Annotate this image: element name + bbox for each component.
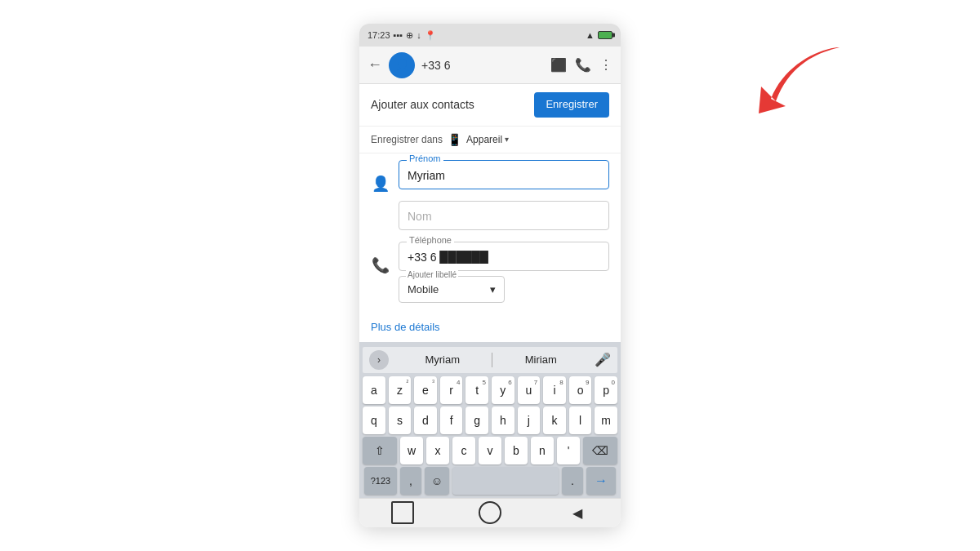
emoji-key[interactable]: ☺ (425, 467, 449, 495)
key-s[interactable]: s (389, 407, 412, 434)
top-action-bar: ← 👤 +33 6 ⬛ 📞 ⋮ (359, 47, 621, 84)
device-icon: 📱 (448, 133, 461, 146)
delete-key[interactable]: ⌫ (583, 437, 617, 464)
suggestions-row: › Myriam Miriam 🎤 (363, 347, 617, 373)
firstname-row: 👤 Prénom (371, 160, 609, 193)
suggestions-expand-button[interactable]: › (369, 350, 389, 370)
status-bar: 17:23 ▪▪▪ ⊕ ↓ 📍 ▲ (359, 24, 621, 47)
key-n[interactable]: n (531, 437, 554, 464)
lastname-input[interactable] (399, 201, 609, 230)
key-u[interactable]: u7 (518, 376, 541, 404)
red-arrow-annotation (751, 41, 849, 122)
firstname-input[interactable] (399, 160, 609, 189)
key-t[interactable]: t5 (466, 376, 488, 404)
key-z[interactable]: z² (389, 376, 412, 404)
key-d[interactable]: d (414, 407, 437, 434)
header-row: Ajouter aux contacts Enregistrer (359, 84, 621, 127)
scene: 17:23 ▪▪▪ ⊕ ↓ 📍 ▲ ← 👤 +33 6 ⬛ 📞 ⋮ (0, 0, 980, 551)
phone-row: 📞 Téléphone Ajouter libellé Mobile ▾ (371, 242, 609, 303)
num-key[interactable]: ?123 (364, 467, 397, 495)
signal-strength-icon: ▲ (586, 30, 595, 40)
key-v[interactable]: v (479, 437, 501, 464)
lastname-input-group (399, 201, 609, 230)
back-button[interactable]: ← (368, 56, 382, 73)
firstname-input-group: Prénom (399, 160, 609, 189)
key-p[interactable]: p0 (595, 376, 617, 404)
wifi-icon: ⊕ (406, 30, 413, 41)
key-j[interactable]: j (518, 407, 541, 434)
avatar-icon: 👤 (395, 59, 409, 72)
key-l[interactable]: l (569, 407, 592, 434)
label-select-value: Mobile (408, 283, 439, 295)
key-o[interactable]: o9 (569, 376, 592, 404)
pin-icon: 📍 (425, 30, 436, 41)
key-e[interactable]: e³ (414, 376, 437, 404)
phone-icon[interactable]: 📞 (575, 57, 591, 73)
time-display: 17:23 (368, 30, 390, 40)
device-label-text: Appareil (466, 134, 502, 145)
comma-key[interactable]: , (400, 467, 421, 495)
period-key[interactable]: . (562, 467, 583, 495)
phone-label: Téléphone (407, 235, 454, 245)
key-q[interactable]: q (363, 407, 385, 434)
key-a[interactable]: a (363, 376, 385, 404)
key-rows: a z² e³ r4 t5 y6 u7 i8 o9 p0 q s (363, 376, 617, 495)
key-b[interactable]: b (505, 437, 528, 464)
mic-icon[interactable]: 🎤 (595, 352, 611, 367)
key-f[interactable]: f (440, 407, 463, 434)
bottom-nav: ◀ (359, 498, 621, 527)
label-select-dropdown[interactable]: Ajouter libellé Mobile ▾ (399, 276, 505, 303)
phone-field-wrapper: Téléphone Ajouter libellé Mobile ▾ (399, 242, 609, 303)
space-key[interactable] (452, 467, 559, 495)
key-r[interactable]: r4 (440, 376, 463, 404)
label-select-label: Ajouter libellé (406, 270, 458, 279)
key-h[interactable]: h (492, 407, 514, 434)
contact-number: +33 6 (421, 59, 544, 72)
battery-icon (598, 31, 612, 39)
suggestion-miriam[interactable]: Miriam (492, 352, 590, 367)
more-details-link[interactable]: Plus de détails (371, 321, 440, 333)
status-bar-right: ▲ (586, 30, 612, 40)
person-icon: 👤 (371, 175, 390, 193)
enter-key[interactable]: → (586, 467, 616, 495)
phone-field-icon: 📞 (371, 256, 390, 274)
label-chevron-icon: ▾ (490, 283, 496, 295)
key-y[interactable]: y6 (492, 376, 514, 404)
key-row-4: ?123 , ☺ . → (363, 467, 617, 495)
signal-icon: ▪▪▪ (394, 30, 403, 40)
nav-back-button[interactable]: ◀ (566, 501, 589, 524)
key-i[interactable]: i8 (543, 376, 566, 404)
device-dropdown[interactable]: Appareil ▾ (466, 134, 509, 145)
firstname-label: Prénom (407, 153, 443, 163)
chevron-down-icon: ▾ (505, 135, 509, 144)
status-bar-left: 17:23 ▪▪▪ ⊕ ↓ 📍 (368, 30, 436, 41)
key-x[interactable]: x (426, 437, 449, 464)
shift-key[interactable]: ⇧ (363, 437, 397, 464)
top-bar-icons: ⬛ 📞 ⋮ (550, 57, 612, 73)
phone-input[interactable] (399, 242, 609, 271)
key-row-1: a z² e³ r4 t5 y6 u7 i8 o9 p0 (363, 376, 617, 404)
key-g[interactable]: g (466, 407, 488, 434)
key-m[interactable]: m (595, 407, 617, 434)
page-title: Ajouter aux contacts (371, 98, 474, 111)
phone-input-group: Téléphone (399, 242, 609, 271)
key-k[interactable]: k (543, 407, 566, 434)
key-row-2: q s d f g h j k l m (363, 407, 617, 434)
phone-frame: 17:23 ▪▪▪ ⊕ ↓ 📍 ▲ ← 👤 +33 6 ⬛ 📞 ⋮ (359, 24, 621, 527)
save-location-row: Enregistrer dans 📱 Appareil ▾ (359, 127, 621, 153)
nav-home-button[interactable] (479, 501, 501, 524)
nav-square-button[interactable] (391, 501, 414, 524)
key-w[interactable]: w (400, 437, 423, 464)
avatar: 👤 (389, 52, 415, 78)
key-apostrophe[interactable]: ' (557, 437, 580, 464)
more-options-icon[interactable]: ⋮ (599, 57, 612, 73)
video-call-icon[interactable]: ⬛ (550, 57, 567, 73)
main-content: Ajouter aux contacts Enregistrer Enregis… (359, 84, 621, 498)
contact-form: 👤 Prénom 👤 📞 (359, 153, 621, 314)
keyboard: › Myriam Miriam 🎤 a z² e³ r4 t5 y6 (359, 342, 621, 498)
suggestion-myriam[interactable]: Myriam (394, 352, 492, 367)
save-location-label: Enregistrer dans (371, 134, 443, 145)
key-c[interactable]: c (452, 437, 475, 464)
save-button[interactable]: Enregistrer (534, 92, 609, 118)
more-details-section: Plus de détails (359, 314, 621, 342)
